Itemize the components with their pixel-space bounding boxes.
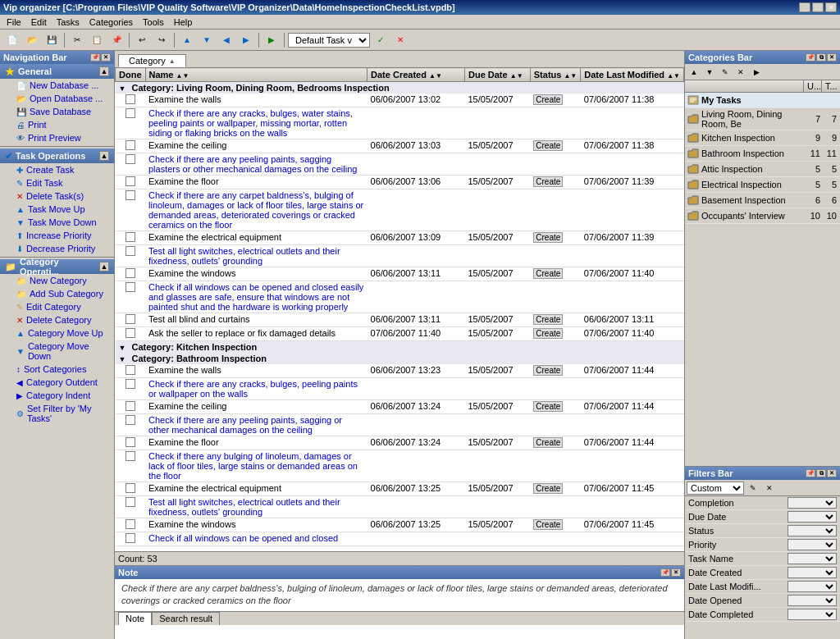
cat-list-item[interactable]: Electrical Inspection 5 5 [685,177,840,193]
left-btn[interactable]: ◀ [217,32,235,48]
nav-edit-category[interactable]: ✎ Edit Category [0,300,114,313]
filter-value-selector[interactable] [788,497,837,509]
check-btn[interactable]: ✓ [372,32,390,48]
table-row[interactable]: Examine the floor 06/06/2007 13:06 15/05… [116,176,684,189]
nav-delete-category[interactable]: ✕ Delete Category [0,313,114,326]
filter-value-selector[interactable] [788,539,837,550]
nav-close-btn[interactable]: ✕ [101,53,111,62]
cat-ops-collapse-btn[interactable]: ▲ [99,262,109,272]
table-row[interactable]: Check if there any bulging of linoleum, … [116,450,684,482]
filter-btn[interactable]: ▶ [262,32,281,48]
x-btn[interactable]: ✕ [391,32,409,48]
cat-list-item[interactable]: Attic Inspection 5 5 [685,162,840,177]
category-row[interactable]: ▼ Category: Living Room, Dining Room, Be… [116,82,684,94]
menu-tasks[interactable]: Tasks [52,16,84,28]
task-table-container[interactable]: Done Name ▲▼ Date Created ▲▼ Due Date ▲▼… [115,67,684,551]
task-checkbox[interactable] [126,365,135,375]
category-tab[interactable]: Category ▲ [118,54,186,67]
menu-help[interactable]: Help [169,16,198,28]
filter-bar-float-btn[interactable]: ⧉ [816,469,826,477]
undo-btn[interactable]: ↩ [133,32,151,48]
up-btn[interactable]: ▲ [178,32,196,48]
cat-list-item[interactable]: My Tasks [685,93,840,108]
nav-delete-task[interactable]: ✕ Delete Task(s) [0,189,114,203]
open-btn[interactable]: 📂 [23,32,41,48]
table-row[interactable]: Check if there are any cracks, bulges, w… [116,107,684,139]
col-status[interactable]: Status ▲▼ [530,68,581,82]
filter-bar-close-btn[interactable]: ✕ [827,469,837,477]
nav-open-database[interactable]: 📂 Open Database ... [0,92,114,105]
table-row[interactable]: Ask the seller to replace or fix damaged… [116,327,684,341]
task-checkbox[interactable] [126,314,135,324]
task-checkbox[interactable] [126,497,135,507]
table-row[interactable]: Examine the walls 06/06/2007 13:23 15/05… [116,364,684,378]
filter-value-selector[interactable] [788,595,837,606]
table-row[interactable]: Examine the windows 06/06/2007 13:25 15/… [116,518,684,532]
col-date-modified[interactable]: Date Last Modified ▲▼ [581,68,684,82]
task-operations-header[interactable]: ✔ Task Operations ▲ [0,148,114,163]
nav-add-sub-category[interactable]: 📁 Add Sub Category [0,287,114,300]
note-pin-btn[interactable]: 📌 [660,568,670,577]
right-btn[interactable]: ▶ [237,32,255,48]
task-checkbox[interactable] [126,379,135,389]
filter-value-selector[interactable] [788,567,837,578]
nav-sort-categories[interactable]: ↕ Sort Categories [0,363,114,376]
general-collapse-btn[interactable]: ▲ [99,66,109,76]
menu-edit[interactable]: Edit [26,16,52,28]
expand-icon[interactable]: ▼ [119,344,126,352]
nav-new-database[interactable]: 📄 New Database ... [0,79,114,92]
task-checkbox[interactable] [126,154,135,164]
table-row[interactable]: Check if there are any carpet baldness's… [116,189,684,231]
cat-edit-toolbar-btn[interactable]: ✎ [718,66,733,79]
cat-bar-float-btn[interactable]: ⧉ [816,53,826,62]
task-checkbox[interactable] [126,140,135,150]
cat-list-item[interactable]: Kitchen Inspection 9 9 [685,130,840,146]
menu-categories[interactable]: Categories [84,16,138,28]
nav-category-outdent[interactable]: ◀ Category Outdent [0,376,114,389]
nav-task-move-down[interactable]: ▼ Task Move Down [0,216,114,229]
task-checkbox[interactable] [126,268,135,278]
task-checkbox[interactable] [126,190,135,200]
cat-move-up-toolbar-btn[interactable]: ▲ [687,66,701,79]
nav-pin-btn[interactable]: 📌 [90,53,100,62]
cat-list-item[interactable]: Occupants' Interview 10 10 [685,208,840,224]
cat-expand-toolbar-btn[interactable]: ▶ [749,66,764,79]
filter-edit-btn[interactable]: ✎ [746,482,760,495]
down-btn[interactable]: ▼ [198,32,216,48]
nav-save-database[interactable]: 💾 Save Database [0,105,114,118]
table-row[interactable]: Test all light switches, electrical outl… [116,245,684,267]
task-checkbox[interactable] [126,232,135,242]
nav-category-indent[interactable]: ▶ Category Indent [0,389,114,402]
filter-bar-pin-btn[interactable]: 📌 [806,469,815,477]
cat-move-down-toolbar-btn[interactable]: ▼ [702,66,717,79]
table-row[interactable]: Examine the electrical equipment 06/06/2… [116,231,684,245]
cat-delete-toolbar-btn[interactable]: ✕ [733,66,748,79]
table-row[interactable]: Check if there are any peeling paints, s… [116,153,684,176]
filter-preset-selector[interactable]: Custom [687,482,744,495]
copy-btn[interactable]: 📋 [88,32,106,48]
menu-file[interactable]: File [2,16,26,28]
nav-category-move-down[interactable]: ▼ Category Move Down [0,340,114,363]
nav-category-move-up[interactable]: ▲ Category Move Up [0,326,114,340]
table-row[interactable]: Examine the floor 06/06/2007 13:24 15/05… [116,436,684,450]
paste-btn[interactable]: 📌 [107,32,126,48]
task-checkbox[interactable] [126,415,135,425]
nav-create-task[interactable]: ✚ Create Task [0,163,114,176]
cat-list-item[interactable]: Bathroom Inspection 11 11 [685,146,840,162]
note-close-btn[interactable]: ✕ [671,568,681,577]
table-row[interactable]: Examine the windows 06/06/2007 13:11 15/… [116,267,684,281]
category-row[interactable]: ▼ Category: Bathroom Inspection [116,353,684,364]
cat-list-item[interactable]: Living Room, Dining Room, Be 7 7 [685,108,840,130]
task-checkbox[interactable] [126,401,135,411]
general-section-header[interactable]: ★ General ▲ [0,64,114,79]
note-tab-search[interactable]: Search result [152,612,220,625]
expand-icon[interactable]: ▼ [119,84,126,93]
cat-bar-close-btn[interactable]: ✕ [827,53,837,62]
col-name[interactable]: Name ▲▼ [145,68,368,82]
cat-bar-pin-btn[interactable]: 📌 [806,53,815,62]
task-checkbox[interactable] [126,328,135,338]
task-checkbox[interactable] [126,483,135,493]
redo-btn[interactable]: ↪ [153,32,171,48]
table-row[interactable]: Check if there are any peeling paints, s… [116,414,684,436]
table-row[interactable]: Examine the electrical equipment 06/06/2… [116,482,684,496]
